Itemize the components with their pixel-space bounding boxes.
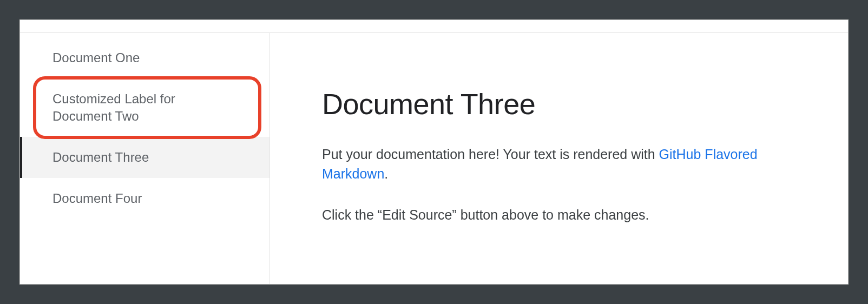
sidebar-item-label: Document Three	[52, 150, 149, 164]
paragraph-text-suffix: .	[384, 166, 388, 181]
sidebar-item-label: Document One	[52, 50, 140, 65]
sidebar-item-document-two[interactable]: Customized Label for Document Two	[20, 78, 269, 137]
top-bar	[20, 20, 848, 33]
sidebar-item-document-one[interactable]: Document One	[20, 37, 269, 78]
app-body: Document One Customized Label for Docume…	[20, 33, 848, 284]
content-paragraph-2: Click the “Edit Source” button above to …	[322, 205, 783, 224]
sidebar-item-label: Customized Label for Document Two	[52, 91, 175, 123]
sidebar-item-document-three[interactable]: Document Three	[20, 137, 269, 178]
paragraph-text: Put your documentation here! Your text i…	[322, 147, 659, 162]
content-paragraph-1: Put your documentation here! Your text i…	[322, 144, 783, 183]
content-area: Document Three Put your documentation he…	[270, 33, 848, 284]
page-title: Document Three	[322, 87, 783, 121]
app-window: Document One Customized Label for Docume…	[19, 19, 849, 285]
sidebar-item-document-four[interactable]: Document Four	[20, 178, 269, 219]
sidebar: Document One Customized Label for Docume…	[20, 33, 270, 284]
sidebar-item-label: Document Four	[52, 191, 142, 206]
